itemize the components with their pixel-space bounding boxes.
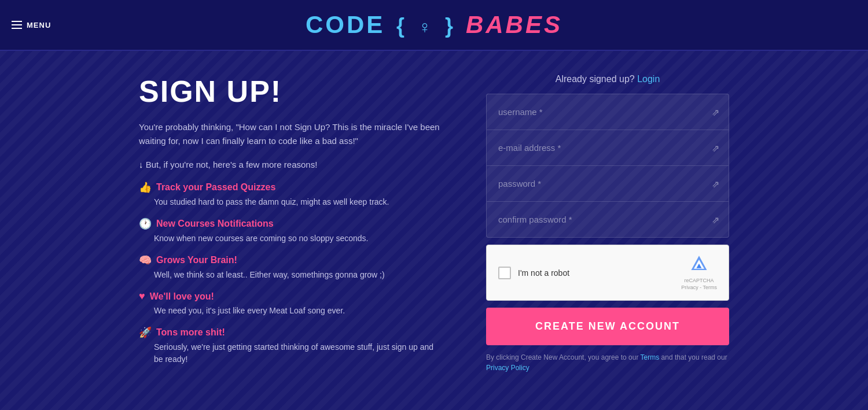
email-field-container: ⇗ <box>487 130 729 166</box>
feature-more: 🚀 Tons more shit! Seriously, we're just … <box>139 326 440 365</box>
intro-text: You're probably thinking, "How can I not… <box>139 120 440 148</box>
recaptcha-brand: reCAPTCHA Privacy - Terms <box>681 278 717 291</box>
feature-brain-title: Grows Your Brain! <box>156 255 237 265</box>
recaptcha-checkbox[interactable] <box>498 267 511 279</box>
menu-label: MENU <box>27 21 51 29</box>
feature-brain: 🧠 Grows Your Brain! Well, we think so at… <box>139 254 440 281</box>
left-panel: SIGN UP! You're probably thinking, "How … <box>139 74 440 375</box>
feature-love-title: We'll love you! <box>150 291 214 302</box>
logo-brace-close: } <box>445 14 464 38</box>
feature-more-desc: Seriously, we're just getting started th… <box>139 341 440 365</box>
recaptcha-label: I'm not a robot <box>518 268 569 278</box>
feature-notifications-desc: Know when new courses are coming so no s… <box>139 232 440 245</box>
right-panel: Already signed up? Login ⇗ ⇗ ⇗ ⇗ <box>486 74 729 375</box>
password-field-container: ⇗ <box>487 166 729 202</box>
confirm-password-input[interactable] <box>487 202 729 237</box>
logo-code: CODE <box>306 11 385 38</box>
feature-notifications: 🕐 New Courses Notifications Know when ne… <box>139 217 440 245</box>
logo-figure-icon: ♀ <box>418 17 434 36</box>
arrow-icon: ↓ <box>139 160 144 169</box>
reasons-intro: ↓ But, if you're not, here's a few more … <box>139 160 440 169</box>
username-input[interactable] <box>487 94 729 130</box>
recaptcha-container: I'm not a robot reCAPTCHA Privacy - Term… <box>486 245 729 301</box>
thumbs-up-icon: 👍 <box>139 181 152 194</box>
feature-love-desc: We need you, it's just like every Meat L… <box>139 305 440 317</box>
brain-icon: 🧠 <box>139 254 152 267</box>
confirm-icon: ⇗ <box>712 214 719 225</box>
password-input[interactable] <box>487 166 729 201</box>
already-signed-text: Already signed up? Login <box>486 74 729 84</box>
menu-button[interactable]: MENU <box>12 21 51 29</box>
recaptcha-logo-icon <box>689 254 709 275</box>
password-icon: ⇗ <box>712 178 719 189</box>
hamburger-icon <box>12 21 22 29</box>
clock-icon: 🕐 <box>139 217 152 230</box>
feature-love: ♥ We'll love you! We need you, it's just… <box>139 290 440 317</box>
feature-more-title: Tons more shit! <box>156 327 225 338</box>
already-label: Already signed up? <box>556 74 635 84</box>
email-input[interactable] <box>487 130 729 165</box>
feature-brain-desc: Well, we think so at least.. Either way,… <box>139 269 440 281</box>
login-link[interactable]: Login <box>637 74 660 84</box>
email-icon: ⇗ <box>712 142 719 153</box>
username-icon: ⇗ <box>712 106 719 117</box>
create-account-button[interactable]: CREATE NEW ACCOUNT <box>486 308 729 345</box>
terms-link[interactable]: Terms <box>641 353 660 361</box>
username-field-container: ⇗ <box>487 94 729 130</box>
logo-brace-open: { <box>396 14 407 38</box>
heart-icon: ♥ <box>139 290 145 302</box>
signup-form: ⇗ ⇗ ⇗ ⇗ <box>486 94 729 238</box>
feature-notifications-title: New Courses Notifications <box>156 219 274 229</box>
logo: CODE { ♀ } BABES <box>12 11 856 39</box>
feature-quizzes: 👍 Track your Passed Quizzes You studied … <box>139 181 440 208</box>
reasons-intro-text: But, if you're not, here's a few more re… <box>146 160 318 169</box>
recaptcha-right: reCAPTCHA Privacy - Terms <box>681 254 717 291</box>
feature-quizzes-desc: You studied hard to pass the damn quiz, … <box>139 196 440 208</box>
page-title: SIGN UP! <box>139 74 440 109</box>
terms-text: By clicking Create New Account, you agre… <box>486 352 729 373</box>
recaptcha-left: I'm not a robot <box>498 267 569 279</box>
rocket-icon: 🚀 <box>139 326 152 339</box>
feature-quizzes-title: Track your Passed Quizzes <box>156 182 275 193</box>
logo-babes: BABES <box>466 11 562 38</box>
privacy-link[interactable]: Privacy Policy <box>486 364 529 372</box>
confirm-password-field-container: ⇗ <box>487 202 729 237</box>
